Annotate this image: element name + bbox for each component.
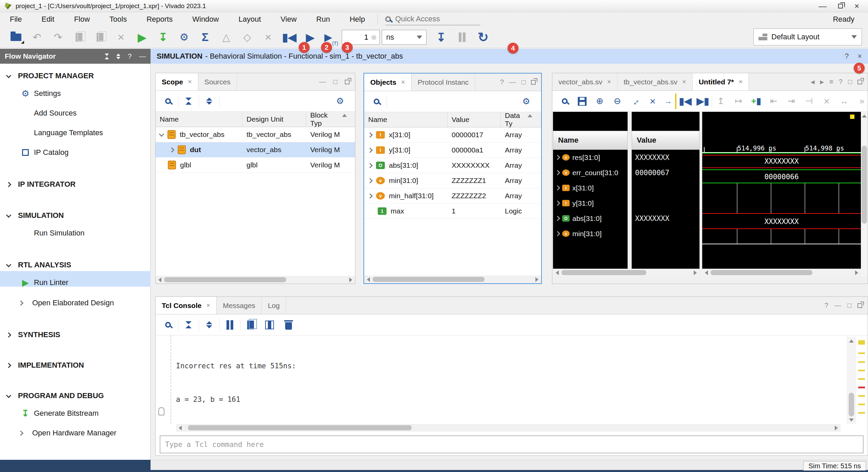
minimize-panel-icon[interactable]: — [319,78,326,86]
menu-layout[interactable]: Layout [229,15,271,24]
close-tab-icon[interactable]: × [206,302,210,309]
tab-untitled-7[interactable]: Untitled 7* × [693,73,749,90]
zoom-fit-button[interactable]: ↔ [623,89,647,113]
toolbar-overflow-icon[interactable]: » [853,94,868,109]
pause-button[interactable] [452,28,473,46]
window-restore-button[interactable] [838,4,843,8]
column-header-name[interactable]: Name [156,112,242,127]
next-transition-button[interactable]: ▶▮ [694,94,712,109]
close-tab-icon[interactable]: × [401,78,405,86]
scrollbar-up[interactable] [526,112,534,127]
search-button[interactable] [368,94,385,109]
remove-cursor-button[interactable]: × [644,94,662,109]
console-horizontal-scrollbar[interactable] [176,424,841,432]
close-tab-icon[interactable]: × [739,78,743,86]
expand-all-button[interactable] [200,317,218,333]
scrollbar-up[interactable] [341,112,348,127]
restart-sim-button[interactable]: ▮◀ [279,28,300,46]
close-tab-icon[interactable]: × [188,78,192,86]
tab-protocol-instances[interactable]: Protocol Instanc [412,74,475,91]
clear-button[interactable]: × [258,28,279,46]
menu-view[interactable]: View [271,15,307,24]
undo-button[interactable]: ↶ [26,28,47,46]
help-icon[interactable]: ? [500,78,504,86]
quick-access-search[interactable] [385,13,480,25]
warning-marker[interactable] [858,340,865,345]
maximize-panel-icon[interactable]: □ [847,302,851,309]
window-close-button[interactable]: × [854,2,859,10]
time-unit-select[interactable]: ns [382,30,427,45]
wave-signal-err-count[interactable]: verr_count[31:0 [553,165,628,180]
section-implementation[interactable]: IMPLEMENTATION [0,358,150,373]
tab-objects[interactable]: Objects × [364,74,412,91]
minimize-panel-icon[interactable]: — [509,78,516,86]
settings-button[interactable]: ⚙ [174,28,195,46]
clear-icon[interactable]: ⊗ [371,33,377,41]
sidebar-item-open-elaborated-design[interactable]: Open Elaborated Design [0,295,150,310]
tab-log[interactable]: Log [262,297,286,314]
error-marker[interactable] [858,387,865,388]
search-button[interactable] [159,94,177,109]
menu-run[interactable]: Run [307,15,340,24]
object-row-abs[interactable]: Oabs[31:0] XXXXXXXX Array [364,158,541,173]
object-row-x[interactable]: Ix[31:0] 00000017 Array [364,127,541,143]
tab-tcl-console[interactable]: Tcl Console × [156,297,217,314]
menu-help[interactable]: Help [340,15,375,24]
maximize-panel-icon[interactable]: □ [521,78,526,86]
scope-row-tb-vector-abs[interactable]: tb_vector_abs tb_vector_abs Verilog M [156,127,355,142]
help-icon[interactable]: ? [128,53,132,60]
float-panel-icon[interactable] [857,80,862,84]
wave-signal-min[interactable]: vmin[31:0] [553,226,628,241]
add-marker-button[interactable]: +▮ [747,94,765,109]
warning-marker[interactable] [858,412,865,414]
wave-name-column-header[interactable]: Name [553,131,628,150]
run-button[interactable]: ▶ [132,28,153,46]
marker-flag-icon[interactable] [850,114,855,119]
zoom-in-button[interactable]: ⊕ [591,94,609,109]
console-vertical-scrollbar[interactable] [847,337,856,424]
tab-list-icon[interactable]: ≡ [829,78,833,86]
float-panel-icon[interactable] [531,80,536,85]
quick-access-input[interactable] [394,14,466,24]
section-project-manager[interactable]: PROJECT MANAGER [0,68,150,83]
column-header-value[interactable]: Value [448,112,501,127]
go-to-time-button[interactable]: → [662,94,676,109]
panel-settings-button[interactable]: ⚙ [517,94,535,109]
section-rtl-analysis[interactable]: RTL ANALYSIS [0,258,150,272]
wave-plot-area[interactable]: 514,996 ps 514,998 ps XXXXXXXX 00000066 [702,112,861,276]
expand-all-button[interactable] [200,94,218,109]
expand-all-icon[interactable] [116,54,120,59]
float-panel-icon[interactable] [345,80,350,84]
warning-marker[interactable] [858,395,865,397]
step-button[interactable]: ↧ [431,28,452,46]
warning-marker[interactable] [858,352,865,354]
section-simulation[interactable]: SIMULATION [0,208,150,223]
search-button[interactable] [159,317,177,333]
menu-tools[interactable]: Tools [100,15,137,24]
close-tab-icon[interactable]: × [682,78,686,86]
wave-plot-horizontal-scrollbar[interactable] [702,269,861,276]
wave-signal-x[interactable]: Ix[31:0] [553,180,628,196]
minimize-panel-icon[interactable]: — [139,53,146,60]
object-row-min-half[interactable]: vmin_half[31:0] ZZZZZZZ2 Array [364,188,541,204]
help-icon[interactable]: ? [825,302,828,309]
section-synthesis[interactable]: SYNTHESIS [0,327,150,342]
paste-button[interactable] [90,28,111,46]
collapse-all-button[interactable] [180,94,197,109]
delete-all-markers-button[interactable]: × [818,94,835,109]
maximize-panel-icon[interactable]: □ [333,78,337,86]
menu-window[interactable]: Window [182,15,229,24]
objects-horizontal-scrollbar[interactable] [364,275,541,283]
wave-search-button[interactable] [556,94,573,109]
sidebar-item-settings[interactable]: ⚙ Settings [0,86,150,101]
menu-edit[interactable]: Edit [32,15,64,24]
pause-output-button[interactable] [221,317,239,333]
validate-button[interactable]: △ [216,28,237,46]
tcl-command-input[interactable] [164,440,859,449]
previous-transition-button[interactable]: ▮◀ [676,94,694,109]
section-ip-integrator[interactable]: IP INTEGRATOR [0,177,150,192]
open-project-button[interactable] [5,28,26,46]
object-row-min[interactable]: vmin[31:0] ZZZZZZZ1 Array [364,173,541,188]
sidebar-item-generate-bitstream[interactable]: ↧ Generate Bitstream [0,406,150,421]
collapse-all-button[interactable] [180,317,197,333]
